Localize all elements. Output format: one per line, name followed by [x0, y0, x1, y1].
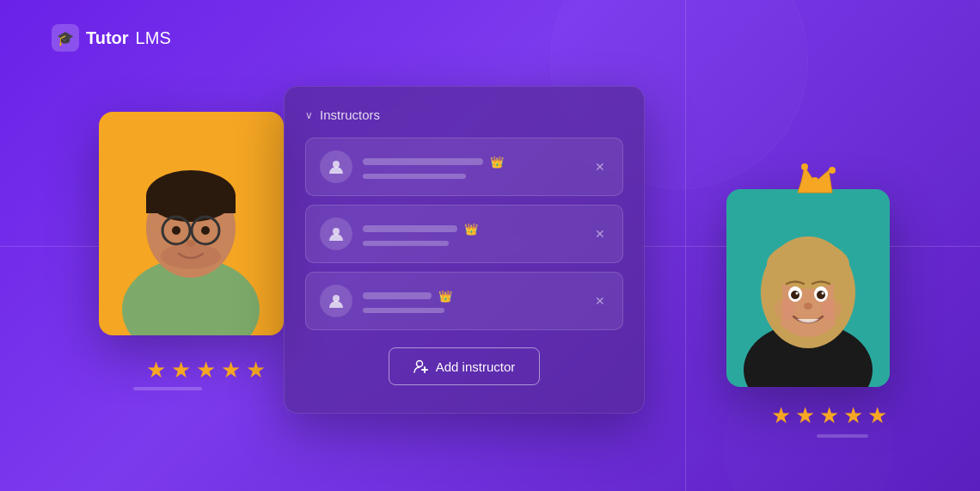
right-deco-line	[817, 434, 868, 438]
left-instructor-stars: ★ ★ ★ ★ ★	[146, 357, 266, 384]
logo: 🎓 TutorLMS	[52, 24, 171, 52]
name-bar-3	[363, 292, 432, 299]
right-instructor-illustration	[726, 189, 890, 387]
svg-point-9	[201, 226, 210, 235]
detail-bar-2	[363, 241, 449, 246]
logo-text-tutor: Tutor	[86, 28, 129, 48]
logo-text-lms: LMS	[136, 28, 171, 48]
instructor-row-1: 👑 ✕	[305, 138, 623, 196]
svg-point-29	[804, 303, 812, 310]
right-instructor-photo	[726, 189, 890, 387]
star-right-5: ★	[867, 402, 887, 429]
instructors-panel: ∨ Instructors 👑 ✕	[284, 86, 645, 414]
svg-point-33	[333, 228, 340, 235]
svg-point-25	[791, 291, 799, 299]
crown-icon-3: 👑	[438, 290, 452, 303]
star-4: ★	[221, 357, 241, 384]
row-3-top: 👑	[363, 290, 581, 303]
star-2: ★	[171, 357, 191, 384]
remove-instructor-1-button[interactable]: ✕	[591, 157, 609, 177]
right-instructor-stars: ★ ★ ★ ★ ★	[771, 402, 887, 429]
svg-point-26	[817, 291, 825, 299]
name-bar-2	[363, 225, 457, 232]
detail-bar-3	[363, 308, 444, 313]
instructor-avatar-1	[320, 150, 352, 183]
remove-instructor-3-button[interactable]: ✕	[591, 291, 609, 311]
svg-point-35	[416, 361, 422, 367]
instructor-avatar-2	[320, 218, 352, 250]
svg-point-32	[333, 161, 340, 168]
star-right-3: ★	[819, 402, 839, 429]
instructor-row-3-content: 👑	[363, 290, 581, 313]
svg-point-28	[822, 292, 824, 295]
chevron-down-icon: ∨	[305, 109, 313, 121]
detail-bar-1	[363, 174, 466, 179]
crown-icon-2: 👑	[464, 223, 478, 236]
instructor-row-2: 👑 ✕	[305, 205, 623, 263]
svg-point-31	[821, 299, 842, 320]
instructor-row-3: 👑 ✕	[305, 272, 623, 330]
instructor-avatar-3	[320, 285, 352, 317]
svg-point-34	[333, 295, 340, 302]
left-instructor-illustration	[99, 112, 284, 335]
svg-point-11	[161, 243, 221, 269]
svg-point-15	[812, 177, 818, 184]
star-3: ★	[196, 357, 216, 384]
left-instructor-face	[99, 112, 284, 335]
left-deco-line	[133, 387, 202, 390]
star-1: ★	[146, 357, 166, 384]
row-2-top: 👑	[363, 223, 581, 236]
add-instructor-button[interactable]: Add instructor	[389, 347, 541, 385]
logo-icon: 🎓	[52, 24, 79, 52]
instructor-row-2-content: 👑	[363, 223, 581, 246]
star-right-4: ★	[843, 402, 863, 429]
svg-point-27	[796, 292, 799, 295]
svg-point-13	[801, 163, 808, 170]
instructor-row-1-content: 👑	[363, 156, 581, 179]
svg-rect-4	[146, 196, 236, 213]
panel-title: Instructors	[320, 107, 380, 122]
right-instructor-face	[726, 189, 890, 387]
panel-header: ∨ Instructors	[305, 107, 623, 122]
crown-icon-1: 👑	[490, 156, 504, 169]
add-instructor-label: Add instructor	[436, 359, 516, 374]
svg-point-30	[775, 299, 795, 320]
star-right-1: ★	[771, 402, 791, 429]
name-bar-1	[363, 158, 483, 165]
right-instructor-crown	[794, 162, 836, 204]
bg-line-vertical	[685, 0, 686, 491]
row-1-top: 👑	[363, 156, 581, 169]
star-right-2: ★	[795, 402, 815, 429]
star-5: ★	[246, 357, 266, 384]
left-instructor-photo	[99, 112, 284, 335]
svg-point-8	[172, 226, 181, 235]
svg-point-14	[829, 167, 836, 174]
add-instructor-icon	[413, 359, 429, 374]
remove-instructor-2-button[interactable]: ✕	[591, 224, 609, 244]
add-instructor-wrapper: Add instructor	[305, 347, 623, 385]
